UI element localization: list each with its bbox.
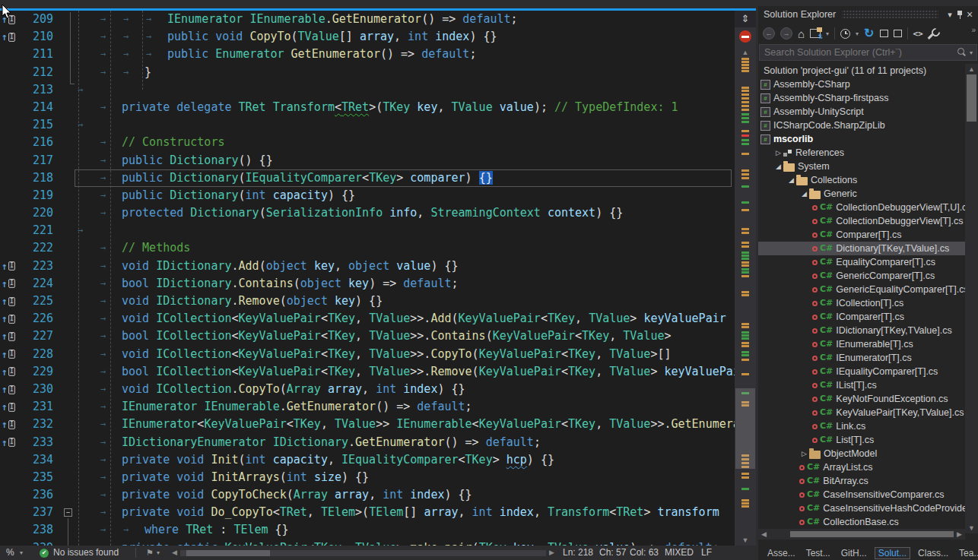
- code-line-222[interactable]: 222→// Methods: [0, 239, 735, 257]
- line-number[interactable]: 222: [11, 239, 53, 257]
- tool-window-tab[interactable]: Solut...: [875, 547, 910, 559]
- scroll-down-icon[interactable]: ▼: [735, 536, 756, 544]
- tree-item[interactable]: C#CollectionDebuggerView[T,U].cs: [758, 201, 965, 214]
- scroll-right-icon[interactable]: ▶: [549, 546, 554, 560]
- code-line-215[interactable]: 215→: [0, 116, 735, 134]
- zoom-control[interactable]: %: [6, 546, 14, 560]
- line-number[interactable]: 219: [11, 187, 53, 204]
- code-line-239[interactable]: 239→private static KeyValuePair<TKey, TV…: [0, 539, 735, 546]
- tree-item[interactable]: C#CaseInsensitiveHashCodeProvider.cs: [758, 501, 965, 515]
- tree-item[interactable]: C#Link.cs: [758, 419, 965, 433]
- tree-item[interactable]: C#IComparer[T].cs: [758, 310, 965, 324]
- indent-mode-indicator[interactable]: MIXED: [665, 546, 694, 560]
- code-line-210[interactable]: ↑I210→→→public void CopyTo(TValue[] arra…: [0, 28, 735, 46]
- tree-item[interactable]: C#List[T].cs: [758, 433, 965, 447]
- line-number[interactable]: 225: [11, 293, 53, 310]
- window-position-icon[interactable]: ▾: [945, 10, 955, 20]
- pending-changes-filter-icon[interactable]: [840, 29, 850, 39]
- line-number[interactable]: 227: [11, 327, 53, 345]
- line-number[interactable]: 224: [11, 275, 53, 293]
- code-line-217[interactable]: 217→public Dictionary() {}: [0, 152, 735, 169]
- code-line-211[interactable]: 211→→→public Enumerator GetEnumerator() …: [0, 46, 735, 63]
- tool-window-tab[interactable]: Asse...: [764, 548, 799, 558]
- code-line-227[interactable]: ↑I227→bool ICollection<KeyValuePair<TKey…: [0, 327, 735, 345]
- health-dropdown-icon[interactable]: ▾: [157, 546, 160, 560]
- line-number[interactable]: 217: [11, 152, 53, 169]
- code-line-212[interactable]: 212→→}: [0, 64, 735, 81]
- code-line-236[interactable]: 236→private void CopyToCheck(Array array…: [0, 486, 735, 504]
- tree-item[interactable]: C#IEnumerator[T].cs: [758, 351, 965, 365]
- home-icon[interactable]: ⌂: [798, 27, 805, 40]
- line-number[interactable]: 228: [11, 346, 53, 363]
- line-number[interactable]: 220: [11, 204, 53, 222]
- tree-item[interactable]: #mscorlib: [758, 132, 965, 146]
- eol-indicator[interactable]: LF: [701, 546, 712, 560]
- line-number[interactable]: 221: [11, 222, 53, 239]
- code-line-231[interactable]: ↑I231→IEnumerator IEnumerable.GetEnumera…: [0, 398, 735, 416]
- scrollbar-thumb[interactable]: [967, 74, 976, 122]
- line-number[interactable]: 230: [11, 381, 53, 398]
- line-number[interactable]: 235: [11, 469, 53, 486]
- code-line-223[interactable]: ↑I223→void IDictionary.Add(object key, o…: [0, 258, 735, 275]
- tree-item[interactable]: #Assembly-CSharp: [758, 78, 965, 91]
- line-number[interactable]: 213: [11, 81, 53, 99]
- pin-icon[interactable]: [955, 9, 964, 20]
- search-icon[interactable]: [956, 47, 967, 58]
- line-number[interactable]: 234: [11, 451, 53, 469]
- tree-item[interactable]: #Assembly-CSharp-firstpass: [758, 91, 965, 105]
- expand-arrow-icon[interactable]: ▷: [799, 447, 809, 460]
- line-number[interactable]: 237: [11, 504, 53, 521]
- zoom-dropdown-icon[interactable]: ▾: [20, 546, 23, 560]
- back-icon[interactable]: ←: [763, 27, 775, 40]
- refresh-icon[interactable]: ↻: [864, 27, 874, 40]
- toolbar-overflow-icon[interactable]: »: [971, 26, 976, 34]
- document-health-icon[interactable]: ⚑: [146, 546, 154, 560]
- editor-horizontal-scrollbar[interactable]: [180, 550, 546, 556]
- tree-vertical-scrollbar[interactable]: ▲ ▼: [965, 64, 978, 533]
- code-line-225[interactable]: ↑I225→void IDictionary.Remove(object key…: [0, 293, 735, 310]
- column-indicator[interactable]: Col: 63: [630, 546, 659, 560]
- tree-item[interactable]: C#ArrayList.cs: [758, 460, 965, 474]
- tree-item[interactable]: ◢System: [758, 160, 965, 173]
- tree-item[interactable]: Solution 'project-gui' (11 of 11 project…: [758, 64, 965, 78]
- code-line-221[interactable]: 221→: [0, 222, 735, 239]
- issues-status[interactable]: No issues found: [53, 546, 119, 560]
- search-box[interactable]: ▾: [759, 44, 977, 61]
- line-number[interactable]: 215: [11, 116, 53, 134]
- view-code-icon[interactable]: <>: [913, 29, 923, 39]
- code-line-228[interactable]: ↑I228→void ICollection<KeyValuePair<TKey…: [0, 346, 735, 363]
- code-line-213[interactable]: 213→: [0, 81, 735, 99]
- preview-selected-items-icon[interactable]: [894, 30, 902, 37]
- tree-item[interactable]: C#GenericEqualityComparer[T].cs: [758, 283, 965, 296]
- line-number[interactable]: 238: [11, 521, 53, 539]
- tool-window-tab[interactable]: Tea...: [956, 548, 978, 558]
- tree-item[interactable]: C#IEqualityComparer[T].cs: [758, 365, 965, 378]
- scrollbar-thumb[interactable]: [790, 531, 954, 537]
- line-indicator[interactable]: Ln: 218: [563, 546, 593, 560]
- tree-item[interactable]: ▷ObjectModel: [758, 447, 965, 460]
- line-number[interactable]: 236: [11, 486, 53, 504]
- code-line-238[interactable]: 238→→where TRet : TElem {}: [0, 521, 735, 539]
- line-number[interactable]: 231: [11, 398, 53, 416]
- tree-item[interactable]: C#IList[T].cs: [758, 378, 965, 392]
- tree-item[interactable]: C#Dictionary[TKey,TValue].cs: [758, 242, 965, 255]
- line-number[interactable]: 212: [11, 64, 53, 81]
- scroll-right-icon[interactable]: ▶: [957, 530, 962, 538]
- collapse-arrow-icon[interactable]: ◢: [786, 173, 796, 187]
- search-input[interactable]: [760, 47, 956, 58]
- scroll-up-icon[interactable]: ▲: [735, 49, 756, 56]
- line-number[interactable]: 216: [11, 134, 53, 151]
- scrollbar-thumb[interactable]: [735, 388, 755, 469]
- line-number[interactable]: 214: [11, 99, 53, 116]
- dropdown-caret-icon[interactable]: ▾: [856, 30, 859, 37]
- code-line-234[interactable]: 234→private void Init(int capacity, IEqu…: [0, 451, 735, 469]
- tree-item[interactable]: C#CollectionBase.cs: [758, 515, 965, 529]
- tree-item[interactable]: C#CollectionDebuggerView[T].cs: [758, 214, 965, 228]
- line-number[interactable]: 211: [11, 46, 53, 63]
- tree-item[interactable]: ◢Collections: [758, 173, 965, 187]
- properties-wrench-icon[interactable]: [929, 28, 940, 40]
- tool-window-tab[interactable]: Test...: [803, 548, 834, 558]
- line-number[interactable]: 239: [11, 539, 53, 546]
- tree-item[interactable]: C#ICollection[T].cs: [758, 296, 965, 310]
- line-number[interactable]: 209: [11, 11, 53, 28]
